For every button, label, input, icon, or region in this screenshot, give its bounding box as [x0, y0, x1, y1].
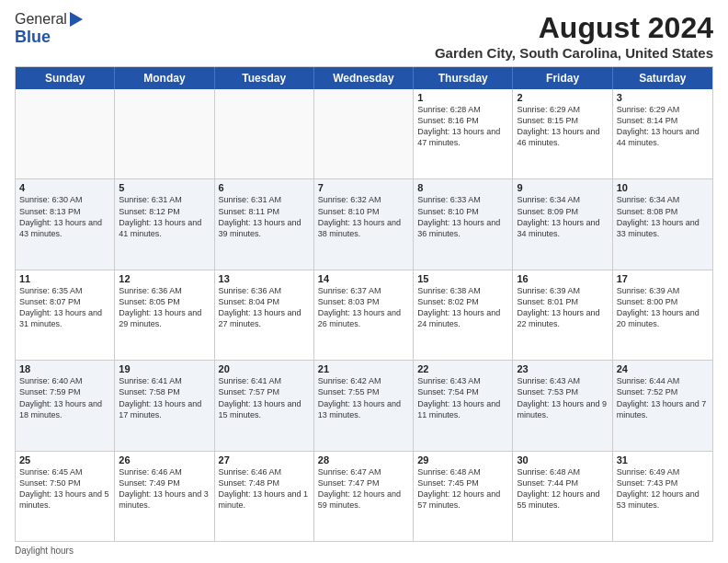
calendar-cell: 13Sunrise: 6:36 AM Sunset: 8:04 PM Dayli… — [215, 270, 314, 360]
day-number: 23 — [517, 363, 608, 374]
day-number: 9 — [517, 182, 608, 193]
calendar: SundayMondayTuesdayWednesdayThursdayFrid… — [15, 66, 713, 542]
day-number: 4 — [19, 182, 110, 193]
footer-note: Daylight hours — [15, 546, 713, 556]
cell-info: Sunrise: 6:34 AM Sunset: 8:09 PM Dayligh… — [517, 194, 608, 239]
calendar-header-cell: Sunday — [16, 67, 115, 89]
subtitle: Garden City, South Carolina, United Stat… — [435, 45, 713, 61]
day-number: 20 — [219, 363, 310, 374]
calendar-cell: 6Sunrise: 6:31 AM Sunset: 8:11 PM Daylig… — [215, 179, 314, 269]
logo: General Blue — [15, 11, 84, 47]
calendar-cell: 19Sunrise: 6:41 AM Sunset: 7:58 PM Dayli… — [115, 361, 214, 450]
day-number: 14 — [318, 273, 409, 284]
day-number: 19 — [119, 363, 210, 374]
day-number: 22 — [417, 363, 508, 374]
calendar-cell: 1Sunrise: 6:28 AM Sunset: 8:16 PM Daylig… — [414, 89, 513, 178]
calendar-week: 18Sunrise: 6:40 AM Sunset: 7:59 PM Dayli… — [16, 361, 712, 451]
calendar-cell: 22Sunrise: 6:43 AM Sunset: 7:54 PM Dayli… — [414, 361, 513, 450]
day-number: 26 — [119, 454, 210, 465]
cell-info: Sunrise: 6:37 AM Sunset: 8:03 PM Dayligh… — [318, 285, 409, 330]
calendar-header-cell: Thursday — [414, 67, 513, 89]
day-number: 31 — [617, 454, 709, 465]
cell-info: Sunrise: 6:34 AM Sunset: 8:08 PM Dayligh… — [617, 194, 709, 239]
calendar-cell: 2Sunrise: 6:29 AM Sunset: 8:15 PM Daylig… — [513, 89, 612, 178]
logo-general-text: General — [15, 11, 67, 28]
calendar-cell: 16Sunrise: 6:39 AM Sunset: 8:01 PM Dayli… — [513, 270, 612, 360]
calendar-cell: 30Sunrise: 6:48 AM Sunset: 7:44 PM Dayli… — [513, 452, 612, 541]
calendar-cell: 11Sunrise: 6:35 AM Sunset: 8:07 PM Dayli… — [16, 270, 115, 360]
calendar-cell: 20Sunrise: 6:41 AM Sunset: 7:57 PM Dayli… — [215, 361, 314, 450]
calendar-cell: 14Sunrise: 6:37 AM Sunset: 8:03 PM Dayli… — [314, 270, 414, 360]
cell-info: Sunrise: 6:46 AM Sunset: 7:49 PM Dayligh… — [119, 466, 210, 511]
calendar-cell: 5Sunrise: 6:31 AM Sunset: 8:12 PM Daylig… — [115, 179, 214, 269]
cell-info: Sunrise: 6:38 AM Sunset: 8:02 PM Dayligh… — [417, 285, 508, 330]
cell-info: Sunrise: 6:28 AM Sunset: 8:16 PM Dayligh… — [417, 104, 508, 149]
cell-info: Sunrise: 6:35 AM Sunset: 8:07 PM Dayligh… — [19, 285, 110, 330]
cell-info: Sunrise: 6:39 AM Sunset: 8:01 PM Dayligh… — [517, 285, 608, 330]
calendar-cell: 10Sunrise: 6:34 AM Sunset: 8:08 PM Dayli… — [613, 179, 712, 269]
day-number: 17 — [617, 273, 709, 284]
cell-info: Sunrise: 6:29 AM Sunset: 8:14 PM Dayligh… — [617, 104, 709, 149]
day-number: 12 — [119, 273, 210, 284]
calendar-week: 1Sunrise: 6:28 AM Sunset: 8:16 PM Daylig… — [16, 89, 712, 179]
cell-info: Sunrise: 6:47 AM Sunset: 7:47 PM Dayligh… — [318, 466, 409, 511]
cell-info: Sunrise: 6:31 AM Sunset: 8:11 PM Dayligh… — [219, 194, 310, 239]
day-number: 1 — [417, 92, 508, 103]
cell-info: Sunrise: 6:46 AM Sunset: 7:48 PM Dayligh… — [219, 466, 310, 511]
day-number: 30 — [517, 454, 608, 465]
day-number: 25 — [19, 454, 110, 465]
cell-info: Sunrise: 6:36 AM Sunset: 8:04 PM Dayligh… — [219, 285, 310, 330]
day-number: 28 — [318, 454, 409, 465]
day-number: 21 — [318, 363, 409, 374]
day-number: 5 — [119, 182, 210, 193]
day-number: 29 — [417, 454, 508, 465]
cell-info: Sunrise: 6:49 AM Sunset: 7:43 PM Dayligh… — [617, 466, 709, 511]
cell-info: Sunrise: 6:33 AM Sunset: 8:10 PM Dayligh… — [417, 194, 508, 239]
header: General Blue August 2024 Garden City, So… — [15, 11, 713, 61]
calendar-week: 25Sunrise: 6:45 AM Sunset: 7:50 PM Dayli… — [16, 452, 712, 541]
cell-info: Sunrise: 6:39 AM Sunset: 8:00 PM Dayligh… — [617, 285, 709, 330]
calendar-cell: 25Sunrise: 6:45 AM Sunset: 7:50 PM Dayli… — [16, 452, 115, 541]
calendar-cell: 12Sunrise: 6:36 AM Sunset: 8:05 PM Dayli… — [115, 270, 214, 360]
cell-info: Sunrise: 6:40 AM Sunset: 7:59 PM Dayligh… — [19, 375, 110, 420]
day-number: 6 — [219, 182, 310, 193]
page: General Blue August 2024 Garden City, So… — [0, 0, 728, 563]
cell-info: Sunrise: 6:32 AM Sunset: 8:10 PM Dayligh… — [318, 194, 409, 239]
calendar-header-cell: Tuesday — [215, 67, 314, 89]
cell-info: Sunrise: 6:41 AM Sunset: 7:57 PM Dayligh… — [219, 375, 310, 420]
calendar-header-cell: Friday — [513, 67, 612, 89]
calendar-header-cell: Saturday — [613, 67, 712, 89]
calendar-header-cell: Monday — [115, 67, 214, 89]
cell-info: Sunrise: 6:41 AM Sunset: 7:58 PM Dayligh… — [119, 375, 210, 420]
title-block: August 2024 Garden City, South Carolina,… — [435, 11, 713, 61]
calendar-cell: 26Sunrise: 6:46 AM Sunset: 7:49 PM Dayli… — [115, 452, 214, 541]
calendar-cell — [115, 89, 214, 178]
calendar-week: 11Sunrise: 6:35 AM Sunset: 8:07 PM Dayli… — [16, 270, 712, 361]
day-number: 10 — [617, 182, 709, 193]
calendar-cell: 28Sunrise: 6:47 AM Sunset: 7:47 PM Dayli… — [314, 452, 414, 541]
cell-info: Sunrise: 6:36 AM Sunset: 8:05 PM Dayligh… — [119, 285, 210, 330]
cell-info: Sunrise: 6:31 AM Sunset: 8:12 PM Dayligh… — [119, 194, 210, 239]
calendar-cell — [16, 89, 115, 178]
day-number: 15 — [417, 273, 508, 284]
calendar-cell: 21Sunrise: 6:42 AM Sunset: 7:55 PM Dayli… — [314, 361, 414, 450]
calendar-cell: 29Sunrise: 6:48 AM Sunset: 7:45 PM Dayli… — [414, 452, 513, 541]
calendar-cell: 3Sunrise: 6:29 AM Sunset: 8:14 PM Daylig… — [613, 89, 712, 178]
logo-triangle-icon — [70, 12, 83, 27]
calendar-header-cell: Wednesday — [314, 67, 414, 89]
day-number: 27 — [219, 454, 310, 465]
day-number: 11 — [19, 273, 110, 284]
day-number: 2 — [517, 92, 608, 103]
day-number: 24 — [617, 363, 709, 374]
calendar-cell — [215, 89, 314, 178]
cell-info: Sunrise: 6:44 AM Sunset: 7:52 PM Dayligh… — [617, 375, 709, 420]
calendar-cell: 23Sunrise: 6:43 AM Sunset: 7:53 PM Dayli… — [513, 361, 612, 450]
cell-info: Sunrise: 6:42 AM Sunset: 7:55 PM Dayligh… — [318, 375, 409, 420]
calendar-cell: 7Sunrise: 6:32 AM Sunset: 8:10 PM Daylig… — [314, 179, 414, 269]
calendar-body: 1Sunrise: 6:28 AM Sunset: 8:16 PM Daylig… — [16, 89, 712, 541]
calendar-cell: 17Sunrise: 6:39 AM Sunset: 8:00 PM Dayli… — [613, 270, 712, 360]
cell-info: Sunrise: 6:29 AM Sunset: 8:15 PM Dayligh… — [517, 104, 608, 149]
calendar-cell: 4Sunrise: 6:30 AM Sunset: 8:13 PM Daylig… — [16, 179, 115, 269]
calendar-cell: 31Sunrise: 6:49 AM Sunset: 7:43 PM Dayli… — [613, 452, 712, 541]
calendar-cell: 15Sunrise: 6:38 AM Sunset: 8:02 PM Dayli… — [414, 270, 513, 360]
